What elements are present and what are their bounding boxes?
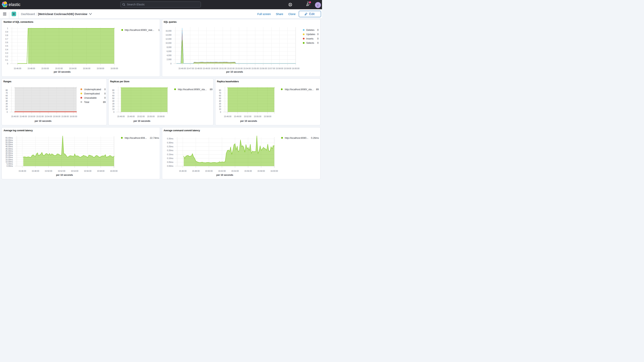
svg-text:0: 0 <box>317 33 318 36</box>
svg-text:12,000: 12,000 <box>166 38 172 40</box>
svg-text:15:52:00: 15:52:00 <box>244 116 252 118</box>
svg-text:16,000: 16,000 <box>166 30 172 32</box>
svg-text:15:54:00: 15:54:00 <box>69 68 76 70</box>
svg-text:50.00ms: 50.00ms <box>6 144 13 146</box>
svg-text:per 10 seconds: per 10 seconds <box>226 70 243 73</box>
svg-text:15:48:00: 15:48:00 <box>32 170 39 172</box>
svg-text:70: 70 <box>112 92 114 94</box>
svg-text:15:54:00: 15:54:00 <box>71 170 78 172</box>
svg-text:15:58:00: 15:58:00 <box>258 170 265 172</box>
svg-text:1: 1 <box>7 27 8 30</box>
svg-text:Replicas per Store: Replicas per Store <box>110 80 130 83</box>
svg-text:10.00ms: 10.00ms <box>6 161 13 163</box>
svg-text:80: 80 <box>219 89 221 91</box>
svg-text:16:00:00: 16:00:00 <box>70 116 77 118</box>
svg-text:15:48:00: 15:48:00 <box>195 68 202 70</box>
svg-text:30: 30 <box>112 103 114 105</box>
svg-text:60: 60 <box>6 95 8 97</box>
svg-text:4,000: 4,000 <box>166 54 172 56</box>
svg-text:Full screen: Full screen <box>258 12 271 16</box>
svg-text:80: 80 <box>6 89 8 91</box>
svg-text:15:48:00: 15:48:00 <box>20 116 27 118</box>
svg-text:15:55:00: 15:55:00 <box>147 116 155 118</box>
svg-text:15:50:00: 15:50:00 <box>205 170 213 172</box>
svg-text:15:46:00: 15:46:00 <box>11 116 19 118</box>
svg-text:10: 10 <box>219 108 221 110</box>
svg-text:60: 60 <box>219 95 221 97</box>
svg-text:89: 89 <box>103 101 106 104</box>
svg-text:22.74ms: 22.74ms <box>150 137 159 139</box>
svg-text:15:54:00: 15:54:00 <box>243 68 251 70</box>
svg-text:per 10 seconds: per 10 seconds <box>134 120 150 122</box>
svg-text:http://localhost:8080/_sta...: http://localhost:8080/_sta... <box>285 88 314 91</box>
svg-text:50: 50 <box>112 97 114 100</box>
svg-text:15:56:00: 15:56:00 <box>83 68 90 70</box>
svg-text:0.26ms: 0.26ms <box>311 137 319 139</box>
svg-text:89: 89 <box>316 88 319 91</box>
svg-text:6,000: 6,000 <box>166 50 172 52</box>
svg-text:15:51:00: 15:51:00 <box>219 68 226 70</box>
svg-text:Ranges: Ranges <box>3 80 12 83</box>
svg-text:10,000: 10,000 <box>166 42 172 44</box>
svg-text:25.00ms: 25.00ms <box>6 154 13 156</box>
svg-text:15:48:00: 15:48:00 <box>192 170 200 172</box>
svg-text:50: 50 <box>219 97 221 100</box>
svg-text:16:00:00: 16:00:00 <box>270 170 278 172</box>
svg-text:15:55:00: 15:55:00 <box>254 116 261 118</box>
svg-text:per 10 seconds: per 10 seconds <box>56 174 73 176</box>
svg-text:0.35ms: 0.35ms <box>167 138 173 140</box>
svg-text:Underreplicated: Underreplicated <box>84 88 101 91</box>
svg-text:Edit: Edit <box>309 12 315 16</box>
svg-text:0.6: 0.6 <box>6 42 8 44</box>
svg-text:5.00ms: 5.00ms <box>6 163 13 165</box>
svg-text:15:56:00: 15:56:00 <box>260 68 267 70</box>
svg-text:0.8: 0.8 <box>6 34 8 36</box>
svg-text:15:52:00: 15:52:00 <box>58 170 65 172</box>
svg-text:15:54:00: 15:54:00 <box>44 116 52 118</box>
svg-text:15:46:00: 15:46:00 <box>18 170 26 172</box>
svg-text:0: 0 <box>113 111 114 113</box>
svg-text:80: 80 <box>112 89 114 91</box>
svg-text:Updates: Updates <box>306 33 315 36</box>
svg-text:0.20ms: 0.20ms <box>167 150 173 152</box>
svg-text:0.2: 0.2 <box>6 56 8 58</box>
svg-text:D: D <box>13 12 15 16</box>
svg-text:Clone: Clone <box>288 12 296 16</box>
svg-text:55.00ms: 55.00ms <box>6 141 13 144</box>
svg-text:0: 0 <box>220 111 221 113</box>
svg-text:15:46:00: 15:46:00 <box>14 68 21 70</box>
svg-text:15:57:00: 15:57:00 <box>268 68 275 70</box>
svg-text:20: 20 <box>112 106 114 108</box>
svg-text:Search Elastic: Search Elastic <box>127 3 145 6</box>
svg-text:14,000: 14,000 <box>166 34 172 36</box>
svg-text:0.9: 0.9 <box>6 31 8 33</box>
svg-text:15:56:00: 15:56:00 <box>84 170 92 172</box>
svg-text:0.30ms: 0.30ms <box>167 142 173 144</box>
svg-text:15:58:00: 15:58:00 <box>61 116 69 118</box>
svg-text:16:00:00: 16:00:00 <box>110 170 118 172</box>
svg-text:15:59:00: 15:59:00 <box>284 68 291 70</box>
svg-text:0.05ms: 0.05ms <box>167 161 173 163</box>
svg-text:0: 0 <box>6 111 8 113</box>
svg-text:per 10 seconds: per 10 seconds <box>35 120 52 122</box>
svg-text:40.00ms: 40.00ms <box>6 148 13 150</box>
svg-text:0.4: 0.4 <box>6 48 8 51</box>
svg-text:http://localhost:808...: http://localhost:808... <box>125 137 147 139</box>
svg-text:0: 0 <box>317 38 318 40</box>
svg-text:0: 0 <box>7 63 8 65</box>
svg-text:15:50:00: 15:50:00 <box>45 170 52 172</box>
svg-text:Share: Share <box>276 12 283 16</box>
svg-text:15:50:00: 15:50:00 <box>28 116 35 118</box>
svg-text:65.00ms: 65.00ms <box>6 137 13 139</box>
svg-text:Dashboard: Dashboard <box>21 12 35 16</box>
svg-text:15:47:00: 15:47:00 <box>186 68 194 70</box>
svg-text:r: r <box>317 4 318 7</box>
svg-text:0.00ms: 0.00ms <box>167 165 173 167</box>
svg-text:Replica leaseholders: Replica leaseholders <box>217 80 239 83</box>
svg-text:15:54:00: 15:54:00 <box>231 170 239 172</box>
svg-text:15:46:00: 15:46:00 <box>117 116 125 118</box>
svg-text:Overreplicated: Overreplicated <box>84 92 100 95</box>
svg-text:15:55:00: 15:55:00 <box>252 68 259 70</box>
svg-text:0: 0 <box>317 42 318 44</box>
svg-text:15:46:00: 15:46:00 <box>224 116 232 118</box>
